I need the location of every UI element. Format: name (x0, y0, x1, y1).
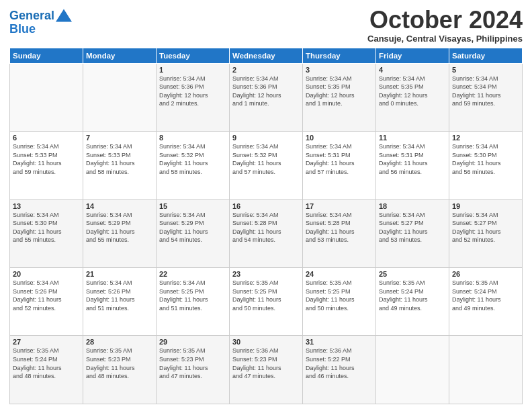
day-info: Sunrise: 5:35 AMSunset: 5:24 PMDaylight:… (452, 279, 519, 312)
logo-general: General (9, 9, 54, 22)
calendar-cell: 15Sunrise: 5:34 AMSunset: 5:29 PMDayligh… (157, 199, 230, 267)
day-number: 8 (159, 134, 226, 142)
day-number: 20 (13, 270, 80, 278)
day-number: 14 (86, 202, 153, 210)
day-number: 3 (306, 66, 373, 74)
col-wednesday: Wednesday (230, 48, 303, 63)
day-number: 9 (232, 134, 300, 142)
day-number: 11 (379, 134, 446, 142)
day-info: Sunrise: 5:34 AMSunset: 5:27 PMDaylight:… (452, 211, 519, 244)
day-info: Sunrise: 5:34 AMSunset: 5:26 PMDaylight:… (13, 279, 80, 312)
logo-blue: Blue (9, 23, 72, 36)
title-block: October 2024 Cansuje, Central Visayas, P… (367, 7, 523, 44)
calendar-cell (449, 336, 523, 404)
col-sunday: Sunday (10, 48, 83, 63)
calendar-cell: 11Sunrise: 5:34 AMSunset: 5:31 PMDayligh… (376, 132, 449, 199)
day-info: Sunrise: 5:34 AMSunset: 5:30 PMDaylight:… (13, 211, 80, 244)
calendar-cell: 14Sunrise: 5:34 AMSunset: 5:29 PMDayligh… (83, 199, 157, 267)
calendar-cell (83, 63, 157, 131)
day-info: Sunrise: 5:34 AMSunset: 5:31 PMDaylight:… (306, 142, 373, 176)
day-number: 27 (13, 338, 80, 346)
col-saturday: Saturday (449, 48, 523, 63)
calendar-cell: 12Sunrise: 5:34 AMSunset: 5:30 PMDayligh… (449, 132, 523, 199)
day-number: 18 (379, 202, 446, 210)
day-number: 1 (159, 66, 226, 74)
day-info: Sunrise: 5:34 AMSunset: 5:28 PMDaylight:… (306, 211, 373, 244)
calendar-header-row: Sunday Monday Tuesday Wednesday Thursday… (10, 48, 523, 63)
calendar-cell: 26Sunrise: 5:35 AMSunset: 5:24 PMDayligh… (449, 268, 523, 336)
calendar-cell: 4Sunrise: 5:34 AMSunset: 5:35 PMDaylight… (376, 63, 449, 131)
day-info: Sunrise: 5:34 AMSunset: 5:30 PMDaylight:… (452, 142, 519, 176)
day-info: Sunrise: 5:34 AMSunset: 5:33 PMDaylight:… (86, 142, 153, 176)
calendar-cell: 18Sunrise: 5:34 AMSunset: 5:27 PMDayligh… (376, 199, 449, 267)
day-number: 26 (452, 270, 519, 278)
calendar-cell: 1Sunrise: 5:34 AMSunset: 5:36 PMDaylight… (157, 63, 230, 131)
day-info: Sunrise: 5:34 AMSunset: 5:32 PMDaylight:… (159, 142, 226, 176)
col-monday: Monday (83, 48, 157, 63)
day-info: Sunrise: 5:35 AMSunset: 5:23 PMDaylight:… (159, 347, 226, 380)
location: Cansuje, Central Visayas, Philippines (367, 34, 523, 44)
day-number: 24 (306, 270, 373, 278)
day-info: Sunrise: 5:34 AMSunset: 5:26 PMDaylight:… (86, 279, 153, 312)
day-info: Sunrise: 5:35 AMSunset: 5:23 PMDaylight:… (86, 347, 153, 380)
calendar-cell: 5Sunrise: 5:34 AMSunset: 5:34 PMDaylight… (449, 63, 523, 131)
day-number: 28 (86, 338, 153, 346)
day-number: 15 (159, 202, 226, 210)
col-thursday: Thursday (303, 48, 376, 63)
day-number: 13 (13, 202, 80, 210)
calendar-table: Sunday Monday Tuesday Wednesday Thursday… (9, 48, 523, 404)
day-info: Sunrise: 5:34 AMSunset: 5:32 PMDaylight:… (232, 142, 300, 176)
col-tuesday: Tuesday (157, 48, 230, 63)
calendar-cell: 13Sunrise: 5:34 AMSunset: 5:30 PMDayligh… (10, 199, 83, 267)
calendar-cell: 31Sunrise: 5:36 AMSunset: 5:22 PMDayligh… (303, 336, 376, 404)
day-number: 6 (13, 134, 80, 142)
day-info: Sunrise: 5:35 AMSunset: 5:25 PMDaylight:… (232, 279, 300, 312)
calendar-cell: 30Sunrise: 5:36 AMSunset: 5:23 PMDayligh… (230, 336, 303, 404)
svg-marker-0 (56, 9, 72, 21)
calendar-week-row: 13Sunrise: 5:34 AMSunset: 5:30 PMDayligh… (10, 199, 523, 267)
day-number: 17 (306, 202, 373, 210)
calendar-cell: 9Sunrise: 5:34 AMSunset: 5:32 PMDaylight… (230, 132, 303, 199)
day-number: 7 (86, 134, 153, 142)
calendar-week-row: 1Sunrise: 5:34 AMSunset: 5:36 PMDaylight… (10, 63, 523, 131)
calendar-cell: 8Sunrise: 5:34 AMSunset: 5:32 PMDaylight… (157, 132, 230, 199)
day-number: 16 (232, 202, 300, 210)
page: General Blue October 2024 Cansuje, Centr… (0, 0, 532, 411)
calendar-cell: 22Sunrise: 5:34 AMSunset: 5:25 PMDayligh… (157, 268, 230, 336)
calendar-cell: 3Sunrise: 5:34 AMSunset: 5:35 PMDaylight… (303, 63, 376, 131)
day-info: Sunrise: 5:34 AMSunset: 5:35 PMDaylight:… (379, 75, 446, 108)
day-number: 2 (232, 66, 300, 74)
day-info: Sunrise: 5:34 AMSunset: 5:29 PMDaylight:… (159, 211, 226, 244)
calendar-cell: 17Sunrise: 5:34 AMSunset: 5:28 PMDayligh… (303, 199, 376, 267)
day-info: Sunrise: 5:35 AMSunset: 5:25 PMDaylight:… (306, 279, 373, 312)
calendar-cell: 7Sunrise: 5:34 AMSunset: 5:33 PMDaylight… (83, 132, 157, 199)
calendar-week-row: 27Sunrise: 5:35 AMSunset: 5:24 PMDayligh… (10, 336, 523, 404)
calendar-cell: 25Sunrise: 5:35 AMSunset: 5:24 PMDayligh… (376, 268, 449, 336)
day-number: 30 (232, 338, 300, 346)
day-info: Sunrise: 5:34 AMSunset: 5:31 PMDaylight:… (379, 142, 446, 176)
calendar-week-row: 6Sunrise: 5:34 AMSunset: 5:33 PMDaylight… (10, 132, 523, 199)
calendar-cell: 16Sunrise: 5:34 AMSunset: 5:28 PMDayligh… (230, 199, 303, 267)
calendar-cell: 20Sunrise: 5:34 AMSunset: 5:26 PMDayligh… (10, 268, 83, 336)
day-number: 22 (159, 270, 226, 278)
day-info: Sunrise: 5:36 AMSunset: 5:22 PMDaylight:… (306, 347, 373, 380)
day-number: 4 (379, 66, 446, 74)
day-info: Sunrise: 5:36 AMSunset: 5:23 PMDaylight:… (232, 347, 300, 380)
day-number: 21 (86, 270, 153, 278)
day-info: Sunrise: 5:34 AMSunset: 5:29 PMDaylight:… (86, 211, 153, 244)
day-info: Sunrise: 5:34 AMSunset: 5:35 PMDaylight:… (306, 75, 373, 108)
day-number: 25 (379, 270, 446, 278)
calendar-cell: 23Sunrise: 5:35 AMSunset: 5:25 PMDayligh… (230, 268, 303, 336)
month-title: October 2024 (367, 7, 523, 34)
day-info: Sunrise: 5:34 AMSunset: 5:28 PMDaylight:… (232, 211, 300, 244)
day-info: Sunrise: 5:34 AMSunset: 5:27 PMDaylight:… (379, 211, 446, 244)
calendar-cell (10, 63, 83, 131)
day-info: Sunrise: 5:34 AMSunset: 5:36 PMDaylight:… (159, 75, 226, 108)
calendar-cell: 24Sunrise: 5:35 AMSunset: 5:25 PMDayligh… (303, 268, 376, 336)
day-info: Sunrise: 5:34 AMSunset: 5:33 PMDaylight:… (13, 142, 80, 176)
calendar-cell: 29Sunrise: 5:35 AMSunset: 5:23 PMDayligh… (157, 336, 230, 404)
header: General Blue October 2024 Cansuje, Centr… (9, 7, 523, 44)
day-info: Sunrise: 5:34 AMSunset: 5:36 PMDaylight:… (232, 75, 300, 108)
day-number: 29 (159, 338, 226, 346)
day-number: 10 (306, 134, 373, 142)
